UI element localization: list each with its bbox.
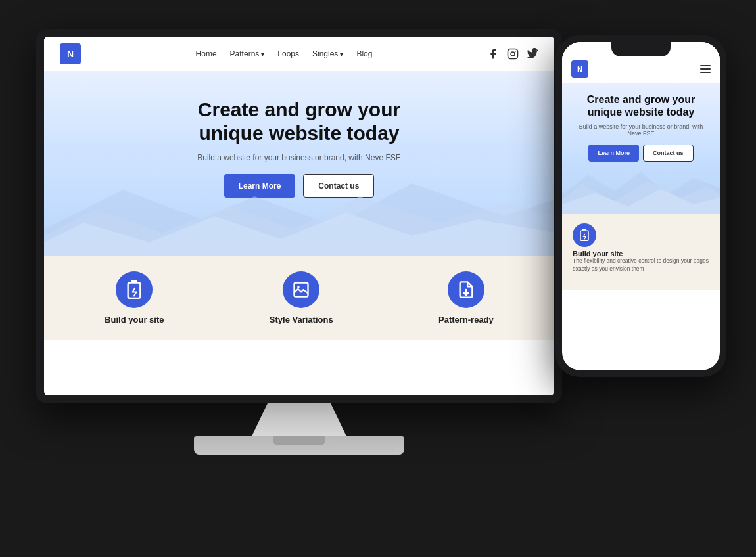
file-download-icon: [457, 280, 475, 299]
phone-features: Build your site The flexibility and crea…: [562, 214, 720, 290]
singles-chevron-icon: [340, 49, 343, 58]
mountains-illustration: [44, 177, 554, 256]
phone-hero: Create and grow your unique website toda…: [562, 83, 720, 214]
phone-build-site-icon-circle: [573, 223, 596, 247]
phone-hero-title: Create and grow your unique website toda…: [573, 93, 709, 118]
feature-pattern-ready-label: Pattern-ready: [438, 315, 494, 324]
phone-hero-buttons: Learn More Contact us: [573, 145, 709, 162]
phone-neve-logo: N: [571, 60, 588, 78]
feature-build-site: Build your site: [105, 271, 164, 324]
nav-home[interactable]: Home: [196, 49, 217, 58]
phone-contact-us-button[interactable]: Contact us: [643, 145, 694, 162]
monitor-bezel: N Home Patterns Loops Singles Blog: [36, 29, 562, 403]
image-icon: [292, 280, 310, 299]
phone-notch: [611, 42, 671, 56]
phone-bezel: N Create and grow your unique website to…: [555, 35, 726, 377]
twitter-icon[interactable]: [527, 48, 538, 60]
phone-screen: N Create and grow your unique website to…: [562, 42, 720, 370]
hamburger-menu-icon[interactable]: [700, 65, 711, 73]
battery-bolt-icon: [125, 280, 143, 299]
nav-loops[interactable]: Loops: [277, 49, 299, 58]
feature-pattern-ready: Pattern-ready: [438, 271, 494, 324]
phone-learn-more-button[interactable]: Learn More: [588, 145, 639, 162]
neve-logo: N: [60, 43, 81, 64]
monitor-hero: Create and grow your unique website toda…: [44, 72, 554, 256]
instagram-icon[interactable]: [507, 48, 519, 60]
style-variations-icon-circle: [283, 271, 319, 308]
feature-build-site-label: Build your site: [105, 315, 164, 324]
pattern-ready-icon-circle: [448, 271, 484, 308]
svg-point-8: [297, 286, 300, 288]
nav-singles[interactable]: Singles: [312, 49, 343, 58]
facebook-icon[interactable]: [487, 48, 499, 60]
nav-patterns[interactable]: Patterns: [230, 49, 265, 58]
phone-feature-build-site-desc: The flexibility and creative control to …: [573, 257, 709, 273]
phone-battery-bolt-icon: [579, 229, 590, 241]
website-nav: N Home Patterns Loops Singles Blog: [44, 37, 554, 72]
patterns-chevron-icon: [261, 49, 264, 58]
scene: N Home Patterns Loops Singles Blog: [16, 16, 740, 541]
nav-links: Home Patterns Loops Singles Blog: [196, 49, 373, 58]
phone-hero-subtitle: Build a website for your business or bra…: [573, 123, 709, 137]
phone-mountains-illustration: [562, 162, 720, 214]
hero-subtitle: Build a website for your business or bra…: [60, 153, 538, 162]
nav-social-icons: [487, 48, 538, 60]
monitor-stand-base: [194, 436, 404, 455]
build-site-icon-circle: [116, 271, 153, 308]
hero-title: Create and grow your unique website toda…: [60, 98, 538, 145]
monitor-features: Build your site Style Variations: [44, 256, 554, 340]
monitor: N Home Patterns Loops Singles Blog: [36, 29, 562, 430]
feature-style-variations: Style Variations: [270, 271, 333, 324]
svg-rect-0: [508, 49, 518, 59]
monitor-stand-neck: [220, 403, 378, 436]
phone-feature-build-site-title: Build your site: [573, 250, 709, 257]
phone-feature-build-site: Build your site The flexibility and crea…: [573, 223, 709, 273]
svg-rect-7: [295, 283, 308, 297]
nav-blog[interactable]: Blog: [356, 49, 372, 58]
svg-point-1: [511, 52, 515, 56]
svg-point-2: [515, 51, 516, 52]
phone: N Create and grow your unique website to…: [555, 35, 726, 377]
monitor-screen: N Home Patterns Loops Singles Blog: [44, 37, 554, 395]
feature-style-variations-label: Style Variations: [270, 315, 333, 324]
